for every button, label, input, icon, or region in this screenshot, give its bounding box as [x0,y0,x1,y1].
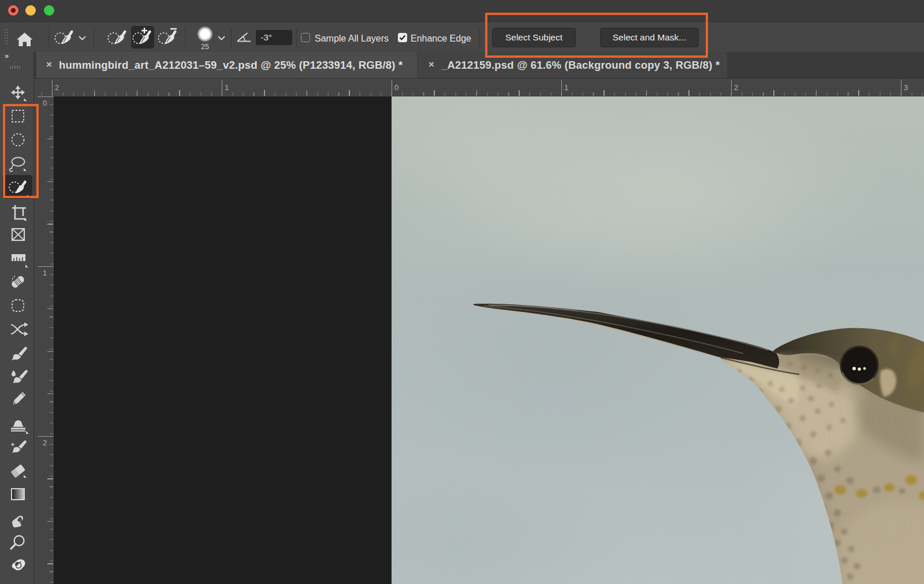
svg-text:25: 25 [201,43,209,51]
